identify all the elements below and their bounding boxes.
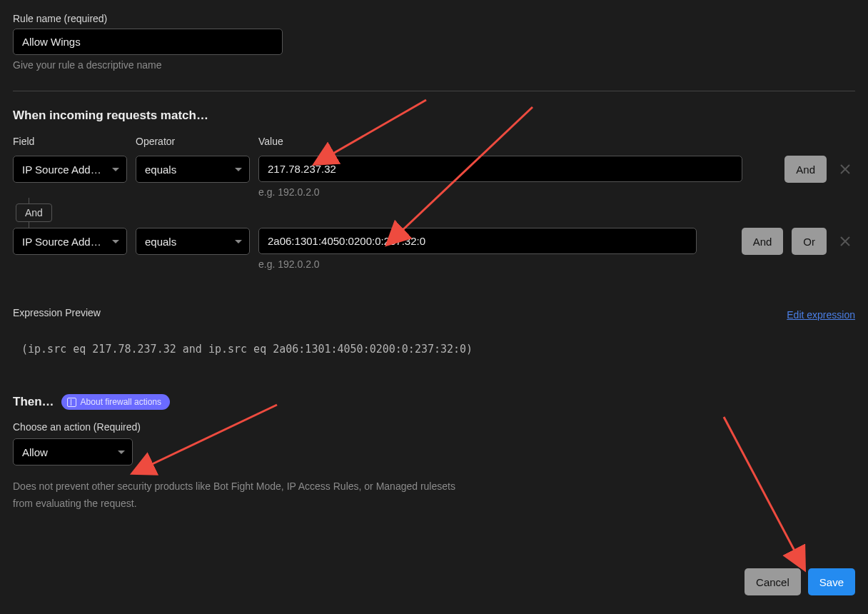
svg-line-2 [149, 405, 277, 465]
action-helper: Does not prevent other security products… [13, 478, 470, 513]
value-placeholder-hint: e.g. 192.0.2.0 [258, 258, 733, 270]
about-firewall-actions-pill[interactable]: About firewall actions [61, 394, 170, 410]
save-button[interactable]: Save [808, 568, 855, 595]
value-input[interactable] [258, 228, 697, 254]
col-operator-label: Operator [136, 136, 250, 147]
edit-expression-link[interactable]: Edit expression [787, 309, 855, 321]
svg-line-3 [724, 417, 796, 553]
and-button[interactable]: And [784, 156, 827, 183]
cancel-button[interactable]: Cancel [745, 568, 801, 595]
action-select-value: Allow [22, 446, 48, 458]
field-select-value: IP Source Add… [22, 236, 101, 248]
field-select[interactable]: IP Source Add… [13, 228, 127, 255]
close-icon[interactable] [835, 228, 855, 255]
rule-name-label: Rule name (required) [13, 13, 855, 24]
and-button[interactable]: And [742, 228, 784, 255]
chevron-down-icon [118, 451, 125, 454]
expression-preview-label: Expression Preview [13, 307, 101, 318]
pill-label: About firewall actions [81, 397, 161, 407]
then-heading: Then… [13, 395, 54, 409]
book-icon [67, 398, 76, 407]
expression-code: (ip.src eq 217.78.237.32 and ip.src eq 2… [21, 343, 855, 356]
rule-name-input[interactable] [13, 29, 283, 55]
or-button[interactable]: Or [792, 228, 827, 255]
rule-name-helper: Give your rule a descriptive name [13, 59, 855, 71]
operator-select-value: equals [145, 163, 176, 176]
value-input[interactable] [258, 156, 742, 182]
action-select[interactable]: Allow [13, 438, 133, 465]
chevron-down-icon [112, 240, 119, 243]
operator-select[interactable]: equals [136, 156, 250, 183]
conditions-heading: When incoming requests match… [13, 109, 855, 123]
col-field-label: Field [13, 136, 127, 147]
chain-line [29, 222, 29, 228]
col-value-label: Value [258, 136, 855, 147]
operator-select-value: equals [145, 236, 176, 248]
chain-line [29, 198, 29, 203]
chevron-down-icon [235, 240, 242, 243]
condition-row: IP Source Add… equals e.g. 192.0.2.0 And [13, 156, 855, 198]
field-select-value: IP Source Add… [22, 163, 101, 176]
field-select[interactable]: IP Source Add… [13, 156, 127, 183]
divider [13, 91, 855, 91]
chevron-down-icon [235, 168, 242, 171]
condition-row: IP Source Add… equals e.g. 192.0.2.0 And… [13, 228, 855, 270]
action-label: Choose an action (Required) [13, 421, 855, 433]
chain-badge: And [16, 203, 52, 222]
value-placeholder-hint: e.g. 192.0.2.0 [258, 186, 776, 198]
operator-select[interactable]: equals [136, 228, 250, 255]
close-icon[interactable] [835, 156, 855, 183]
chevron-down-icon [112, 168, 119, 171]
